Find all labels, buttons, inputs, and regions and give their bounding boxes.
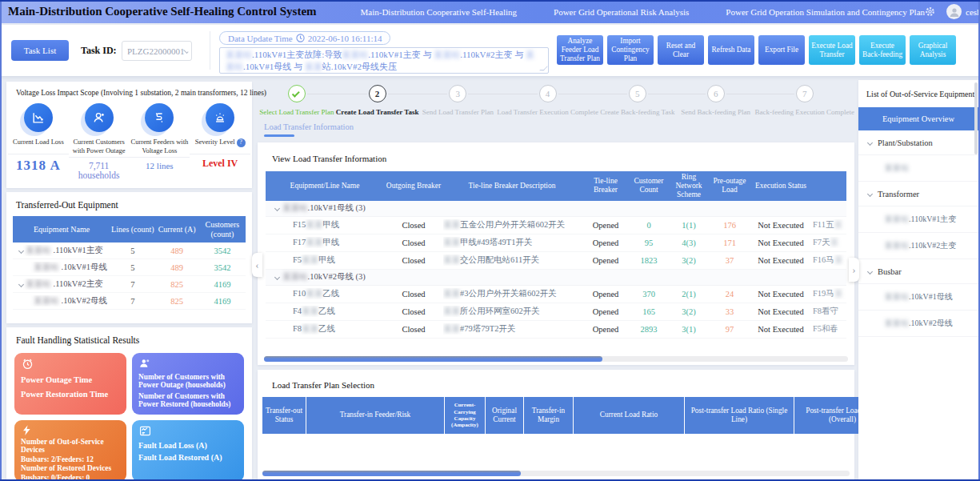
fault-stats-title: Fault Handling Statistical Results [6, 327, 252, 351]
outage-time-card: Power Outage Time Power Restoration Time [14, 353, 126, 415]
out-of-service-title: List of Out-of-Service Equipment [858, 80, 978, 107]
tree-item-transformer-1[interactable]: 某某站.110kV#1主变 [858, 206, 978, 233]
redacted-station: 某某 [305, 62, 322, 71]
help-icon[interactable]: ? [237, 138, 246, 147]
alarm-clock-icon [21, 357, 34, 371]
scroll-right-arrow[interactable] [849, 258, 859, 282]
load-loss-chart-icon [24, 103, 53, 132]
step-create-back-feeding-task: 5 Create Back-feeding Task [598, 85, 677, 122]
current-load-loss-value: 1318 A [8, 158, 69, 174]
chevron-down-icon[interactable] [18, 247, 24, 253]
nav-self-healing[interactable]: Main-Distribution Cooperative Self-Heali… [361, 7, 518, 17]
table-row[interactable]: 某某站.110kV#1主变 5 489 3542 [13, 243, 246, 259]
horizontal-scrollbar[interactable] [262, 471, 850, 476]
out-of-service-equipment-panel: List of Out-of-Service Equipment Equipme… [858, 80, 978, 481]
scrollbar-thumb[interactable] [264, 356, 602, 362]
load-transfer-plan-card: Load Transfer Plan Selection Transfer-ou… [258, 370, 854, 479]
step-circle-done [288, 85, 306, 102]
chevron-down-icon [867, 140, 873, 146]
window-border-top [0, 0, 980, 2]
toolbar: Task List Task ID: PLZG22000001 Data Upd… [0, 25, 980, 76]
graphical-analysis-button[interactable]: Graphical Analysis [910, 35, 956, 65]
task-id-value: PLZG22000001 [127, 46, 185, 56]
view-table-title: View Load Transfer Information [258, 142, 854, 171]
top-nav: Main-Distribution Cooperative Self-Heali… [361, 7, 925, 17]
chevron-down-icon [867, 269, 873, 275]
group-row-busbar1[interactable]: 某某站.10kV#1母线 (3) [266, 201, 846, 217]
avatar [946, 4, 962, 19]
app-header: Main-Distribution Cooperative Self-Heali… [0, 0, 980, 23]
equipment-overview-button[interactable]: Equipment Overview [858, 107, 978, 130]
task-id-select[interactable]: PLZG22000001 [122, 41, 192, 61]
task-list-button[interactable]: Task List [11, 40, 69, 61]
tree-item-busbar-2[interactable]: 某某站.10kV#2母线 [858, 311, 978, 337]
table-row[interactable]: 某某站.110kV#2主变 7 825 4169 [13, 276, 246, 293]
tree-category-busbar[interactable]: Busbar [858, 259, 978, 284]
impact-panel-title: Voltage Loss Impact Scope (Involving 1 s… [6, 82, 252, 98]
chevron-down-icon[interactable] [274, 206, 280, 211]
import-contingency-plan-button[interactable]: Import Contingency Plan [607, 35, 654, 65]
nav-risk-analysis[interactable]: Power Grid Operational Risk Analysis [554, 7, 689, 17]
app-title: Main-Distribution Cooperative Self-Heali… [8, 5, 317, 18]
fault-load-card: Fault Load Loss (A) Fault Load Restored … [132, 420, 244, 481]
execute-back-feeding-button[interactable]: Execute Back-feeding [859, 35, 906, 65]
scrollbar-thumb[interactable] [262, 471, 521, 476]
customers-card: Number of Customers with Power Outage (h… [132, 353, 244, 415]
table-row[interactable]: F5某某甲线 Closed 某某交公用配电站611开关 Opened 1823 … [266, 252, 846, 270]
table-row[interactable]: F17某某甲线 Closed 某某甲线#49塔49T1开关 Opened 95 … [266, 234, 846, 252]
workflow-stepper: Select Load Transfer Plan 2 Create Load … [258, 85, 854, 122]
clock-icon [296, 34, 305, 42]
toolbar-buttons: Analyze Feeder Load Transfer Plan Import… [557, 35, 956, 65]
view-table-header: Equipment/Line Name Outgoing Breaker Tie… [266, 171, 846, 201]
plan-table-header: Transfer-out Status Transfer-in Feeder/R… [262, 397, 850, 434]
tree-category-plant-substation[interactable]: Plant/Substation [858, 130, 978, 155]
alarm-lamp-icon [206, 103, 234, 132]
table-row[interactable]: F10某某乙线 Closed 某某#3公用户外开关箱602开关 Opened 3… [266, 286, 846, 303]
reset-and-clear-button[interactable]: Reset and Clear [658, 35, 704, 65]
feeder-icon [145, 103, 174, 132]
analyze-feeder-plan-button[interactable]: Analyze Feeder Load Transfer Plan [557, 35, 603, 65]
group-row-busbar2[interactable]: 某某站.10kV#2母线 (3) [266, 270, 846, 286]
tab-load-transfer-information[interactable]: Load Transfer Information [264, 122, 354, 137]
redacted-station: 某某站 [434, 50, 460, 59]
stat-feeders-voltage-loss: Current Feeders with Voltage Loss 12 lin… [130, 102, 190, 180]
data-update-time-label: Data Update Time [228, 34, 293, 43]
execute-load-transfer-button[interactable]: Execute Load Transfer [809, 35, 855, 65]
table-row[interactable]: F4某某乙线 Closed 某某所公用环网室602开关 Opened 165 3… [266, 303, 846, 321]
redacted-station: 某某站 [342, 50, 368, 59]
table-row[interactable]: F15某某甲线 Closed 某某五金公用户外开关箱602开关 Opened 0… [266, 217, 846, 234]
plan-table-title: Load Transfer Plan Selection [258, 370, 854, 397]
horizontal-scrollbar[interactable] [264, 356, 848, 362]
customers-outage-value: 7,711 households [69, 161, 130, 180]
lightning-icon [21, 424, 33, 436]
check-icon [292, 89, 300, 97]
load-chart-icon [138, 424, 152, 438]
table-row[interactable]: 某某站.10kV#1母线 5 489 3542 [13, 259, 246, 276]
task-id-label: Task ID: [81, 45, 117, 57]
refresh-data-button[interactable]: Refresh Data [708, 35, 754, 65]
fault-stats-panel: Fault Handling Statistical Results Power… [6, 327, 252, 481]
transferred-out-panel: Transferred-Out Equipment Equipment Name… [6, 192, 252, 323]
vertical-scrollbar[interactable] [974, 82, 978, 154]
tree-item-substation[interactable]: 某某站 [858, 155, 978, 182]
chevron-down-icon[interactable] [274, 275, 280, 280]
transferred-out-title: Transferred-Out Equipment [6, 192, 252, 216]
data-update-time: Data Update Time 2022-06-10 16:11:14 [219, 31, 390, 45]
tree-category-transformer[interactable]: Transformer [858, 182, 978, 206]
gear-icon[interactable] [925, 6, 935, 17]
fault-description-input[interactable]: 某某站.110kV#1主变故障:导致某某站.110kV#1主变 与 某某站.11… [219, 47, 549, 74]
table-row[interactable]: F8某某乙线 Closed 某某#79塔79T2开关 Opened 2893 3… [266, 321, 846, 339]
user-menu[interactable]: ceshi [946, 4, 980, 19]
export-file-button[interactable]: Export File [758, 35, 805, 65]
chevron-down-icon [867, 191, 873, 197]
scroll-left-arrow[interactable] [252, 253, 262, 277]
tree-item-busbar-1[interactable]: 某某站.10kV#1母线 [858, 284, 978, 311]
redacted-station: 某某站 [226, 50, 252, 59]
step-send-back-feeding-plan: 6 Send Back-feeding Plan [677, 85, 755, 122]
chevron-down-icon[interactable] [18, 281, 24, 287]
nav-simulation-contingency[interactable]: Power Grid Operation Simulation and Cont… [726, 7, 925, 17]
tab-active-indicator [264, 134, 294, 137]
tree-item-transformer-2[interactable]: 某某站.110kV#2主变 [858, 233, 978, 259]
step-back-feeding-execution-complete: 7 Back-feeding Execution Complete [755, 85, 854, 122]
table-row[interactable]: 某某站.10kV#2母线 7 825 4169 [13, 293, 246, 310]
